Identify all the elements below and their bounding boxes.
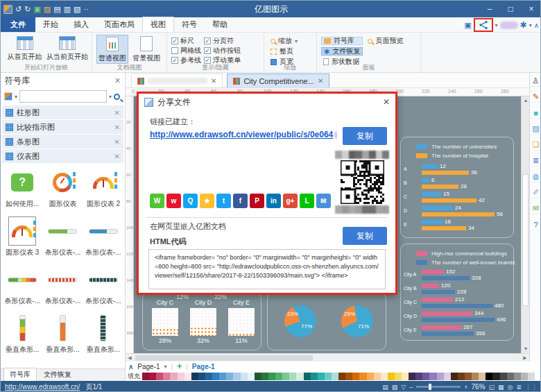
twitter-icon[interactable]: t: [216, 194, 231, 208]
palette-swatch[interactable]: [437, 373, 444, 380]
checkbox-box-icon[interactable]: ✓: [204, 37, 211, 44]
palette-swatch[interactable]: [156, 373, 163, 380]
symbol-vbarOrange[interactable]: 垂直条形...: [42, 312, 83, 357]
checkbox-标尺[interactable]: ✓标尺: [171, 37, 201, 44]
palette-swatch[interactable]: [514, 373, 521, 380]
zoom-slider[interactable]: [416, 386, 461, 388]
waffle-City E[interactable]: City E11%: [223, 293, 259, 344]
palette-swatch[interactable]: [325, 373, 332, 380]
document-icon[interactable]: ≣: [531, 157, 541, 167]
line-icon[interactable]: L: [300, 194, 314, 208]
share-caret-icon[interactable]: ▾: [495, 22, 498, 28]
settings-caret-icon[interactable]: ▾: [529, 22, 532, 28]
weibo-icon[interactable]: w: [166, 194, 181, 208]
page-selector[interactable]: Page-1: [137, 363, 160, 370]
palette-swatch[interactable]: [142, 373, 149, 380]
share-icon[interactable]: [479, 20, 488, 30]
copy-link-button[interactable]: 复制: [343, 127, 387, 145]
palette-swatch[interactable]: [381, 373, 388, 380]
palette-swatch[interactable]: [521, 373, 528, 380]
settings-gear-icon[interactable]: ✱: [520, 20, 527, 30]
waffle-City D[interactable]: 22%City D32%: [185, 293, 221, 344]
menu-tab-页面布局[interactable]: 页面布局: [96, 17, 142, 32]
palette-swatch[interactable]: [429, 373, 436, 380]
palette-swatch[interactable]: [163, 373, 170, 380]
palette-swatch[interactable]: [233, 373, 240, 380]
palette-swatch[interactable]: [451, 373, 458, 380]
doc-tab-close-icon[interactable]: ✕: [211, 77, 216, 85]
palette-swatch[interactable]: [332, 373, 338, 380]
zoom-out-button[interactable]: –: [409, 384, 413, 391]
symbol-library-button[interactable]: 符号库: [321, 37, 363, 45]
palette-swatch[interactable]: [486, 373, 492, 380]
tab-file-recovery[interactable]: 文件恢复: [38, 368, 77, 381]
outline-icon[interactable]: ≣: [516, 384, 522, 391]
palette-swatch[interactable]: [458, 373, 465, 380]
palette-swatch[interactable]: [261, 373, 268, 380]
palette-swatch[interactable]: [219, 373, 226, 380]
symbol-barRed[interactable]: 条形仪表-...: [42, 264, 83, 308]
file-recovery-button[interactable]: ✱文件恢复: [321, 47, 363, 56]
palette-swatch[interactable]: [241, 373, 248, 380]
comment-icon[interactable]: ✉: [531, 205, 541, 214]
doc-tab-close-icon[interactable]: ✕: [318, 77, 323, 85]
checkbox-box-icon[interactable]: [171, 47, 178, 54]
edrawsoft-link[interactable]: http://www.edrawsoft.cn/: [5, 383, 80, 391]
background-view-button[interactable]: 背景视图: [131, 35, 162, 64]
symbol-barDark[interactable]: 条形仪表-...: [83, 264, 123, 308]
pinterest-icon[interactable]: P: [250, 194, 264, 208]
collapse-pages-icon[interactable]: ∧: [128, 363, 133, 370]
palette-swatch[interactable]: [268, 373, 275, 380]
waffle-City C[interactable]: 12%City C28%: [147, 293, 183, 344]
palette-swatch[interactable]: [149, 373, 156, 380]
menu-tab-符号[interactable]: 符号: [174, 17, 205, 32]
pen-icon[interactable]: ✎: [531, 93, 541, 103]
start-from-current-page-button[interactable]: 从当前页开始: [47, 35, 87, 64]
palette-swatch[interactable]: [304, 373, 311, 380]
palette-swatch[interactable]: [311, 373, 318, 380]
category-柱形图[interactable]: 柱形图✕: [2, 105, 123, 119]
search-input[interactable]: [19, 90, 107, 103]
search-icon[interactable]: [114, 94, 120, 100]
palette-swatch[interactable]: [318, 373, 325, 380]
category-比较指示图[interactable]: 比较指示图✕: [2, 120, 123, 134]
category-close-icon[interactable]: ✕: [114, 138, 120, 146]
embed-code-box[interactable]: <iframe frameborder= "no" border= "0" ma…: [148, 249, 386, 289]
print-icon[interactable]: ▥: [64, 3, 71, 15]
checkbox-分页符[interactable]: ✓分页符: [204, 37, 241, 44]
category-仪表图[interactable]: 仪表图✕: [2, 149, 123, 163]
palette-swatch[interactable]: [374, 373, 381, 380]
fill-color-icon[interactable]: ■: [531, 109, 541, 119]
library-caret-icon[interactable]: ▾: [15, 94, 17, 100]
symbol-barBlue[interactable]: 条形仪表-...: [83, 215, 123, 259]
waffle-chart-panel[interactable]: 12%City C28%22%City D32%City E11%: [142, 292, 261, 350]
facebook-icon[interactable]: f: [233, 194, 248, 208]
palette-swatch[interactable]: [528, 373, 535, 380]
page-preview-button[interactable]: 页面预览: [366, 37, 405, 45]
fit-window-icon[interactable]: ◱: [489, 384, 495, 391]
palette-swatch[interactable]: [535, 373, 541, 380]
search-caret-icon[interactable]: ▾: [109, 94, 112, 100]
zoom-button[interactable]: 缩放▾: [268, 37, 300, 45]
palette-swatch[interactable]: [444, 373, 451, 380]
app-icon[interactable]: [3, 5, 12, 14]
more-icon[interactable]: ··: [83, 3, 88, 15]
menu-tab-插入[interactable]: 插入: [66, 17, 96, 32]
palette-swatch[interactable]: [409, 373, 415, 380]
open-file-icon[interactable]: ▨: [44, 3, 51, 15]
palette-swatch[interactable]: [402, 373, 409, 380]
export-icon[interactable]: ▧: [74, 3, 80, 15]
symbol-gauge3[interactable]: 圆形仪表 3: [2, 215, 42, 259]
account-icon[interactable]: ▣: [464, 21, 471, 30]
undo-icon[interactable]: ↺: [15, 3, 22, 15]
palette-swatch[interactable]: [507, 373, 514, 380]
palette-swatch[interactable]: [388, 373, 395, 380]
category-close-icon[interactable]: ✕: [114, 123, 120, 131]
palette-swatch[interactable]: [191, 373, 198, 380]
menu-tab-开始[interactable]: 开始: [35, 17, 66, 32]
minimize-button[interactable]: –: [479, 1, 500, 17]
pan-zoom-icon[interactable]: ▦: [498, 384, 504, 391]
palette-swatch[interactable]: [500, 373, 507, 380]
symbol-vbarMulti[interactable]: 垂直条形...: [2, 312, 42, 357]
presentation-view-icon[interactable]: ▽: [401, 384, 406, 391]
